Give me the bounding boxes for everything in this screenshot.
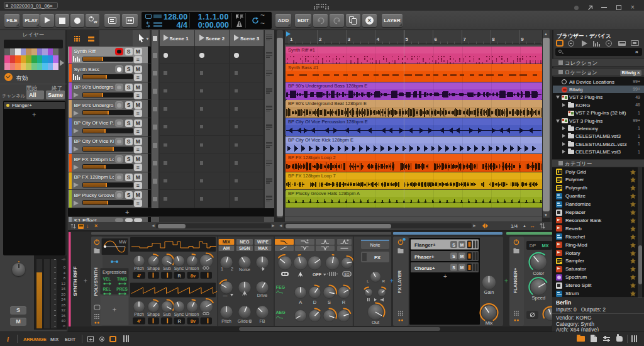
svg-text:Noise: Noise <box>239 267 250 272</box>
svg-text:Sub: Sub <box>163 266 171 271</box>
svg-text:BP 90's Underground Beat 128bp: BP 90's Underground Beat 128bpm E <box>288 101 367 107</box>
svg-text:Sync: Sync <box>174 312 184 317</box>
svg-text:2: 2 <box>231 267 233 271</box>
svg-text:FX LAYER: FX LAYER <box>397 270 402 293</box>
svg-text:REL: REL <box>103 287 111 291</box>
svg-text:Phaser+: Phaser+ <box>414 254 435 260</box>
svg-text:R: R <box>342 299 346 305</box>
svg-text:L: L <box>250 320 252 323</box>
svg-text:MX: MX <box>541 243 548 248</box>
svg-text:OFF: OFF <box>313 272 322 277</box>
svg-text:4': 4' <box>137 273 141 279</box>
svg-text:MIX: MIX <box>223 240 231 244</box>
svg-text:BP City Of Vice Percussion 128: BP City Of Vice Percussion 128bpm E <box>288 119 368 125</box>
svg-text:+: + <box>390 277 394 284</box>
svg-text:Flanger+: Flanger+ <box>414 242 436 248</box>
svg-text:AEG: AEG <box>275 310 286 315</box>
svg-text:S: S <box>452 265 455 270</box>
svg-text:S: S <box>452 243 455 247</box>
svg-text:—: — <box>223 293 228 298</box>
svg-text:4': 4' <box>137 318 141 324</box>
svg-text:+: + <box>504 277 508 284</box>
svg-text:Unison: Unison <box>186 266 199 271</box>
svg-text:M: M <box>460 254 464 259</box>
svg-text:S: S <box>328 299 331 305</box>
svg-text:FEG: FEG <box>276 285 286 289</box>
svg-text:MAX: MAX <box>258 246 268 250</box>
svg-text:Speed: Speed <box>531 295 545 301</box>
svg-text:SIGN: SIGN <box>239 246 250 250</box>
svg-text:Pitch: Pitch <box>134 266 144 271</box>
svg-text:R: R <box>177 318 181 324</box>
svg-text:Mix: Mix <box>486 320 493 326</box>
svg-text:TIMB: TIMB <box>117 277 127 281</box>
svg-text:R: R <box>382 279 386 283</box>
svg-text:Unison: Unison <box>186 312 199 316</box>
svg-text:Color: Color <box>533 271 544 276</box>
svg-text:DP: DP <box>530 243 536 248</box>
svg-text:+: + <box>84 277 87 284</box>
svg-text:Synth Bass #1: Synth Bass #1 <box>288 65 318 70</box>
svg-text:1: 1 <box>221 267 223 271</box>
svg-text:Glide: Glide <box>238 319 248 323</box>
svg-text:VEL: VEL <box>103 277 111 281</box>
svg-text:Note: Note <box>370 242 380 248</box>
svg-text:Chorus+: Chorus+ <box>414 265 435 271</box>
svg-text:Expressions: Expressions <box>103 270 127 275</box>
svg-text:FX: FX <box>374 255 381 260</box>
svg-text:BP Plucky Groove Hats 128bpm A: BP Plucky Groove Hats 128bpm A <box>288 191 360 197</box>
svg-text:EQ: EQ <box>345 272 350 276</box>
svg-text:WIPE: WIPE <box>257 240 269 244</box>
svg-text:BP FX 128bpm Loop 2: BP FX 128bpm Loop 2 <box>288 155 336 160</box>
svg-text:+: + <box>113 306 116 313</box>
svg-text:Drive: Drive <box>257 293 267 298</box>
svg-text:S: S <box>452 254 455 259</box>
svg-text:M: M <box>460 265 464 270</box>
svg-text:Out: Out <box>372 320 380 325</box>
svg-text:FLANGER+: FLANGER+ <box>513 267 518 293</box>
svg-text:Sub: Sub <box>163 312 171 316</box>
svg-text:Pitch: Pitch <box>221 319 231 323</box>
svg-text:NEG: NEG <box>240 240 250 244</box>
svg-text:Synth Riff #1: Synth Riff #1 <box>288 47 315 53</box>
svg-text:BP City Of Vice Kick 128bpm E: BP City Of Vice Kick 128bpm E <box>288 137 353 143</box>
svg-text:FB: FB <box>260 319 265 323</box>
svg-text:SYNTH RIFF: SYNTH RIFF <box>72 266 78 296</box>
svg-text:Shape: Shape <box>147 312 160 317</box>
svg-text:8v: 8v <box>191 273 196 279</box>
svg-text:POLYSYNTH: POLYSYNTH <box>93 267 99 296</box>
svg-text:R: R <box>177 273 181 279</box>
svg-text:A: A <box>299 299 302 305</box>
svg-text:AM: AM <box>223 246 230 250</box>
svg-text:Sync: Sync <box>174 266 184 271</box>
svg-text:+: + <box>443 273 447 280</box>
svg-text:8v: 8v <box>191 318 196 324</box>
svg-text:D: D <box>313 299 317 305</box>
svg-text:Gain: Gain <box>484 289 494 295</box>
svg-text:BP FX 128bpm Loop 7: BP FX 128bpm Loop 7 <box>288 173 336 179</box>
svg-text:Pitch: Pitch <box>134 312 144 316</box>
svg-text:M: M <box>460 243 464 247</box>
svg-text:Shape: Shape <box>147 266 160 271</box>
svg-text:BP 90's Underground Bass 128bp: BP 90's Underground Bass 128bpm E <box>288 83 367 89</box>
svg-text:MW: MW <box>119 240 126 244</box>
svg-text:PRES: PRES <box>116 287 128 291</box>
